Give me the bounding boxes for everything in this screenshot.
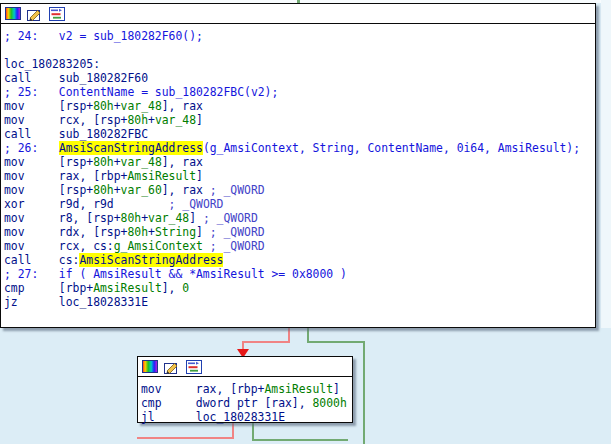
asm-token: var_48 [121, 99, 162, 113]
asm-token: mov rax, [rbp+ [4, 169, 127, 183]
asm-token: loc_180283205: [4, 57, 100, 71]
asm-line[interactable]: loc_180283205: [4, 57, 595, 71]
disassembly-listing: ; 24: v2 = sub_180282F60(); loc_18028320… [1, 24, 595, 309]
asm-token: ; _QWORD [210, 225, 265, 239]
asm-token: ; 27: if ( AmsiResult && *AmsiResult >= … [4, 267, 347, 281]
asm-token: AmsiResult [264, 382, 333, 396]
asm-token: jl loc_18028331E [141, 410, 285, 424]
edit-comment-icon[interactable] [26, 7, 43, 21]
asm-line[interactable]: jl loc_18028331E [141, 410, 352, 424]
asm-token: var_48 [148, 211, 189, 225]
asm-line[interactable]: cmp [rbp+AmsiResult], 0 [4, 281, 595, 295]
asm-token [203, 239, 210, 253]
asm-token: ; _QWORD [169, 197, 224, 211]
asm-token: AmsiResult [93, 281, 162, 295]
asm-token: String [155, 225, 196, 239]
asm-line[interactable]: ; 24: v2 = sub_180282F60(); [4, 29, 595, 43]
palette-icon[interactable] [4, 7, 21, 21]
disassembly-listing: mov rax, [rbp+AmsiResult]cmp dword ptr [… [138, 377, 352, 424]
asm-token: (g_AmsiContext, String, ContentName, 0i6… [203, 141, 580, 155]
asm-token: ] [196, 113, 203, 127]
palette-icon[interactable] [141, 360, 158, 374]
asm-token: ; _QWORD [203, 211, 258, 225]
asm-token: mov rcx, [rsp+ [4, 113, 127, 127]
flowchart-icon[interactable] [185, 360, 202, 374]
asm-token: cmp [rbp+ [4, 281, 93, 295]
asm-token: ], rax [162, 183, 210, 197]
asm-token: ] [189, 211, 203, 225]
asm-token: g_AmsiContext [114, 239, 203, 253]
asm-line[interactable]: mov rcx, [rsp+80h+var_48] [4, 113, 595, 127]
highlighted-token: AmsiScanStringAddress [79, 253, 223, 267]
asm-token: 80h [127, 225, 148, 239]
asm-line[interactable]: mov [rsp+80h+var_60], rax ; _QWORD [4, 183, 595, 197]
asm-token: + [148, 225, 155, 239]
asm-token: ; _QWORD [210, 239, 265, 253]
asm-token: call sub_180282FBC [4, 127, 148, 141]
asm-line[interactable]: cmp dword ptr [rax], 8000h [141, 396, 352, 410]
asm-line[interactable]: mov rax, [rbp+AmsiResult] [4, 169, 595, 183]
asm-token: mov r8, [rsp+ [4, 211, 121, 225]
asm-token: ] [196, 169, 203, 183]
asm-token: 0 [182, 281, 189, 295]
asm-line[interactable] [4, 43, 595, 57]
asm-token: ], rax [162, 155, 203, 169]
graph-canvas[interactable]: ; 24: v2 = sub_180282F60(); loc_18028320… [0, 0, 611, 444]
edge-green-jump-taken [307, 341, 365, 343]
asm-line[interactable]: call cs:AmsiScanStringAddress [4, 253, 595, 267]
asm-line[interactable]: mov rax, [rbp+AmsiResult] [141, 382, 352, 396]
asm-token: 80h [127, 113, 148, 127]
asm-line[interactable]: call sub_180282F60 [4, 71, 595, 85]
asm-line[interactable]: mov r8, [rsp+80h+var_48] ; _QWORD [4, 211, 595, 225]
asm-token: ; _QWORD [210, 183, 265, 197]
basic-block-main[interactable]: ; 24: v2 = sub_180282F60(); loc_18028320… [0, 3, 596, 328]
flowchart-icon[interactable] [48, 7, 65, 21]
asm-token: 80h [121, 211, 142, 225]
asm-token: call cs: [4, 253, 79, 267]
edge-red-out-bottom [137, 437, 234, 439]
asm-token: 80h [93, 155, 114, 169]
asm-line[interactable]: jz loc_18028331E [4, 295, 595, 309]
asm-token: cmp dword ptr [rax], [141, 396, 312, 410]
asm-token: 80h [93, 99, 114, 113]
asm-token: ; 24: v2 = sub_180282F60(); [4, 29, 203, 43]
edge-red-out-bottom [232, 423, 234, 438]
asm-line[interactable]: ; 27: if ( AmsiResult && *AmsiResult >= … [4, 267, 595, 281]
asm-line[interactable]: mov [rsp+80h+var_48], rax [4, 99, 595, 113]
asm-token: + [114, 183, 121, 197]
asm-line[interactable]: call sub_180282FBC [4, 127, 595, 141]
asm-token: var_48 [155, 113, 196, 127]
asm-token: xor r9d, r9d [4, 197, 169, 211]
asm-token: mov rax, [rbp+ [141, 382, 264, 396]
basic-block-cmp[interactable]: mov rax, [rbp+AmsiResult]cmp dword ptr [… [137, 356, 353, 423]
asm-token: mov [rsp+ [4, 155, 93, 169]
asm-token: 80h [93, 183, 114, 197]
asm-token: ], rax [162, 99, 203, 113]
edge-green-jump-taken [363, 341, 365, 444]
asm-line[interactable]: mov rdx, [rsp+80h+String] ; _QWORD [4, 225, 595, 239]
edge-green-out-bottom [252, 423, 254, 440]
asm-token: AmsiResult [127, 169, 196, 183]
highlighted-token: AmsiScanStringAddress [59, 141, 203, 155]
asm-line[interactable]: ; 26: AmsiScanStringAddress(g_AmsiContex… [4, 141, 595, 155]
asm-token: + [141, 211, 148, 225]
asm-token: ; 25: ContentName = sub_180282FBC(v2); [4, 85, 278, 99]
asm-token: call sub_180282F60 [4, 71, 148, 85]
asm-line[interactable]: mov [rsp+80h+var_48], rax [4, 155, 595, 169]
asm-token: var_60 [121, 183, 162, 197]
asm-token: mov rdx, [rsp+ [4, 225, 127, 239]
node-titlebar [1, 4, 595, 24]
asm-token: ] [196, 225, 210, 239]
edge-green-out-bottom [252, 439, 348, 441]
asm-token: + [148, 113, 155, 127]
node-titlebar [138, 357, 352, 377]
canvas-right-strip [601, 0, 611, 328]
asm-line[interactable]: mov rcx, cs:g_AmsiContext ; _QWORD [4, 239, 595, 253]
asm-line[interactable]: ; 25: ContentName = sub_180282FBC(v2); [4, 85, 595, 99]
edit-comment-icon[interactable] [163, 360, 180, 374]
asm-token: ; 26: [4, 141, 59, 155]
asm-token: 8000h [312, 396, 346, 410]
asm-token: mov rcx, cs: [4, 239, 114, 253]
asm-token: + [114, 155, 121, 169]
asm-line[interactable]: xor r9d, r9d ; _QWORD [4, 197, 595, 211]
